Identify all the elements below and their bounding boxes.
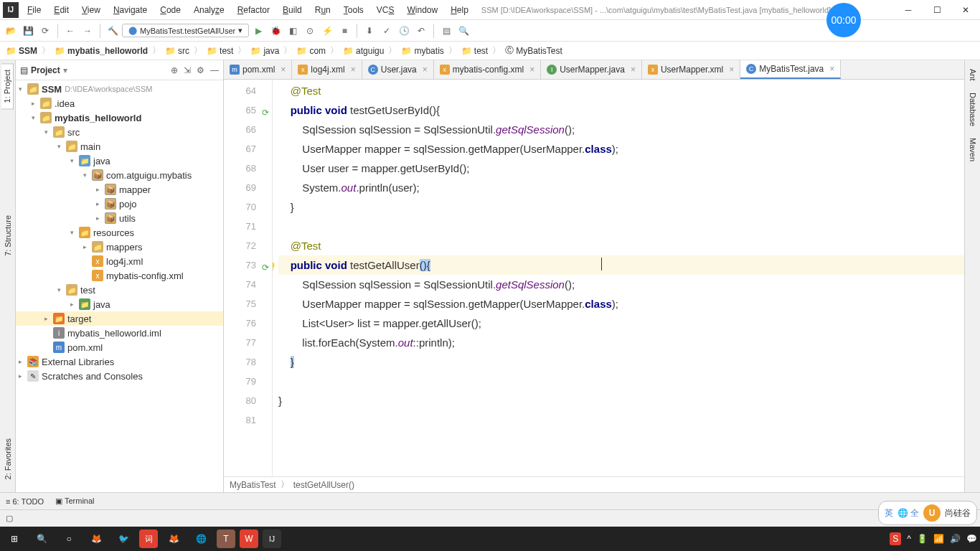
tree-module[interactable]: ▾📁mybatis_helloworld [16, 110, 223, 125]
vcs-update-icon[interactable]: ⬇ [362, 23, 377, 39]
crumb-testpkg[interactable]: 📁 test [461, 46, 488, 56]
task-firefox[interactable]: 🦊 [162, 527, 185, 550]
attach-icon[interactable]: ⚡ [319, 23, 335, 39]
tree-target[interactable]: ▸📁target [16, 311, 223, 326]
menu-analyze[interactable]: Analyze [188, 2, 230, 18]
tool-structure-tab[interactable]: 7: Structure [2, 209, 14, 262]
tray-wifi-icon[interactable]: 📶 [933, 534, 944, 544]
tool-favorites-tab[interactable]: 2: Favorites [2, 433, 14, 485]
crumb-mybatis[interactable]: 📁 mybatis [401, 46, 443, 56]
settings-icon[interactable]: ⚙ [197, 65, 204, 75]
tree-pojo[interactable]: ▸📦pojo [16, 197, 223, 211]
editor-body[interactable]: 64 65⟳ 66 67 68 69 70 71 72 73⟳ 74 75 76… [224, 80, 964, 476]
tab-log4j[interactable]: xlog4j.xml× [292, 60, 362, 79]
vcs-history-icon[interactable]: 🕓 [396, 23, 412, 39]
tray-volume-icon[interactable]: 🔊 [950, 534, 961, 544]
close-icon[interactable]: × [281, 65, 286, 75]
tool-ant-tab[interactable]: Ant [967, 63, 979, 87]
menu-run[interactable]: Run [309, 2, 336, 18]
task-wps[interactable]: W [240, 529, 258, 548]
profile-icon[interactable]: ⊙ [302, 23, 318, 39]
tree-scratches[interactable]: ▸✎Scratches and Consoles [16, 369, 223, 383]
open-icon[interactable]: 📂 [3, 23, 19, 39]
menu-refactor[interactable]: Refactor [232, 2, 275, 18]
menu-code[interactable]: Code [154, 2, 187, 18]
tool-database-tab[interactable]: Database [967, 87, 979, 132]
tab-pom[interactable]: mpom.xml× [224, 60, 292, 79]
cortana-button[interactable]: ○ [57, 527, 80, 550]
tree-log4j[interactable]: xlog4j.xml [16, 254, 223, 268]
tree-pom[interactable]: mpom.xml [16, 340, 223, 354]
task-app-3[interactable]: 词 [139, 529, 158, 548]
crumb-test[interactable]: 📁 test [207, 46, 233, 56]
menu-view[interactable]: View [76, 2, 106, 18]
crumb-atguigu[interactable]: 📁 atguigu [343, 46, 384, 56]
build-icon[interactable]: 🔨 [105, 23, 121, 39]
forward-icon[interactable]: → [80, 23, 95, 39]
intention-bulb-icon[interactable]: 💡 [273, 258, 278, 277]
menu-vcs[interactable]: VCS [371, 2, 400, 18]
minimize-button[interactable]: ─ [894, 0, 923, 20]
tree-main[interactable]: ▾📁main [16, 139, 223, 154]
close-icon[interactable]: × [351, 65, 356, 75]
tree-javatest[interactable]: ▸📁java [16, 297, 223, 311]
close-icon[interactable]: × [829, 64, 834, 74]
task-app-t[interactable]: T [217, 529, 235, 548]
menu-build[interactable]: Build [277, 2, 308, 18]
menu-edit[interactable]: Edit [48, 2, 75, 18]
tab-usermapper-xml[interactable]: xUserMapper.xml× [642, 60, 740, 79]
gutter[interactable]: 64 65⟳ 66 67 68 69 70 71 72 73⟳ 74 75 76… [224, 80, 273, 476]
tree-src[interactable]: ▾📁src [16, 125, 223, 139]
tool-project-tab[interactable]: 1: Project [1, 63, 14, 109]
tool-terminal[interactable]: ▣ Terminal [55, 496, 94, 506]
run-icon[interactable]: ▶ [250, 23, 266, 39]
menu-tools[interactable]: Tools [338, 2, 369, 18]
tray-notif-icon[interactable]: 💬 [966, 534, 977, 544]
crumb-java[interactable]: 📁 java [250, 46, 279, 56]
code-area[interactable]: @Test public void testGetUserById(){ Sql… [273, 80, 964, 476]
close-icon[interactable]: × [631, 65, 636, 75]
locate-icon[interactable]: ⊕ [171, 65, 178, 75]
task-chrome[interactable]: 🌐 [189, 527, 212, 550]
tray-icon[interactable]: S [890, 532, 901, 545]
collapse-icon[interactable]: ⇲ [184, 65, 191, 75]
menu-navigate[interactable]: Navigate [108, 2, 153, 18]
close-icon[interactable]: × [729, 65, 734, 75]
status-icon[interactable]: ▢ [6, 514, 13, 523]
task-idea[interactable]: IJ [263, 529, 281, 548]
close-button[interactable]: ✕ [951, 0, 980, 20]
tree-mappers[interactable]: ▸📁mappers [16, 240, 223, 254]
save-icon[interactable]: 💾 [20, 23, 36, 39]
close-icon[interactable]: × [529, 65, 534, 75]
tree-resources[interactable]: ▾📁resources [16, 225, 223, 240]
menu-window[interactable]: Window [401, 2, 443, 18]
tree-root[interactable]: ▾📁SSMD:\IDEA\workspace\SSM [16, 82, 223, 96]
task-app-1[interactable]: 🦊 [85, 527, 108, 550]
crumb-class-name[interactable]: MyBatisTest [230, 480, 276, 490]
tool-maven-tab[interactable]: Maven [967, 132, 979, 167]
start-button[interactable]: ⊞ [3, 527, 26, 550]
tab-mbconfig[interactable]: xmybatis-config.xml× [434, 60, 541, 79]
crumb-class[interactable]: Ⓒ MyBatisTest [505, 44, 562, 57]
tree-mapper[interactable]: ▸📦mapper [16, 182, 223, 197]
tray-battery-icon[interactable]: 🔋 [917, 534, 928, 544]
tree-iml[interactable]: imybatis_helloworld.iml [16, 326, 223, 340]
tab-user[interactable]: CUser.java× [362, 60, 434, 79]
menu-help[interactable]: Help [445, 2, 474, 18]
tree-utils[interactable]: ▸📦utils [16, 211, 223, 225]
tool-todo[interactable]: ≡ 6: TODO [6, 497, 44, 506]
search-icon[interactable]: 🔍 [456, 23, 471, 39]
crumb-ssm[interactable]: 📁 SSM [6, 46, 37, 56]
stop-icon[interactable]: ■ [336, 23, 352, 39]
tree-test[interactable]: ▾📁test [16, 283, 223, 297]
menu-file[interactable]: File [22, 2, 47, 18]
structure-icon[interactable]: ▤ [438, 23, 454, 39]
task-app-2[interactable]: 🐦 [112, 527, 135, 550]
search-button[interactable]: 🔍 [30, 527, 53, 550]
tree-java[interactable]: ▾📁java [16, 154, 223, 168]
run-test-icon[interactable]: ⟳ [262, 103, 269, 123]
vcs-commit-icon[interactable]: ✓ [379, 23, 395, 39]
debug-icon[interactable]: 🐞 [268, 23, 283, 39]
hide-icon[interactable]: — [210, 65, 219, 75]
tab-usermapper-java[interactable]: IUserMapper.java× [541, 60, 642, 79]
